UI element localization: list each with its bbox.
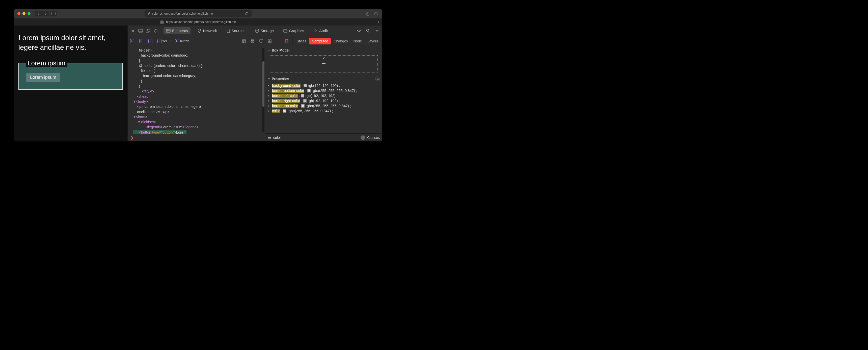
svg-rect-8 (147, 29, 150, 31)
tab-styles[interactable]: Styles (294, 38, 309, 45)
chevron-down-icon: ▼ (268, 78, 270, 80)
paint-button[interactable] (276, 38, 281, 44)
properties-list: ▶background-color: rgb(192, 192, 192); ▶… (265, 83, 382, 133)
new-tab-button[interactable]: + (377, 20, 380, 24)
property-row[interactable]: ▶border-top-color: rgba(255, 255, 255, 0… (268, 103, 380, 108)
inspect-element-button[interactable] (153, 28, 158, 34)
color-swatch[interactable] (301, 104, 305, 108)
tab-graphics-label: Graphics (289, 29, 304, 33)
dom-tools (239, 38, 292, 44)
dom-tree-pane[interactable]: fieldset { background-color: gainsboro; … (128, 46, 265, 134)
filter-input[interactable] (273, 136, 359, 140)
properties-header[interactable]: ▼ Properties ☰ (265, 75, 382, 83)
back-button[interactable] (35, 11, 42, 17)
tab-network[interactable]: Network (195, 27, 219, 34)
scrollbar-thumb[interactable] (262, 61, 265, 107)
clear-filter-button[interactable]: ✕ (361, 135, 365, 140)
box-model-value: 2 (322, 56, 325, 61)
svg-rect-30 (259, 40, 263, 42)
tabs-button[interactable] (374, 11, 379, 16)
tab-storage[interactable]: Storage (253, 27, 277, 34)
svg-rect-36 (286, 39, 287, 43)
classes-button[interactable]: Classes (367, 136, 380, 140)
close-devtools-button[interactable] (130, 28, 136, 34)
property-row[interactable]: ▶background-color: rgb(192, 192, 192); (268, 83, 380, 88)
color-swatch[interactable] (301, 94, 304, 97)
grid-button[interactable] (267, 38, 273, 44)
lock-icon (148, 12, 151, 15)
tab-elements[interactable]: Elements (163, 27, 190, 34)
property-row[interactable]: ▶border-left-color: rgb(192, 192, 192); (268, 93, 380, 98)
svg-rect-35 (270, 41, 271, 43)
compositing-button[interactable] (284, 38, 290, 44)
layout-button[interactable] (241, 38, 247, 44)
devtools: Elements Network Sources Storage (127, 26, 382, 141)
svg-rect-32 (268, 40, 270, 41)
breadcrumb-item[interactable]: Ebutton (175, 39, 189, 43)
print-button[interactable] (250, 38, 255, 44)
svg-rect-37 (287, 39, 288, 43)
browser-tab[interactable]: C https://color-scheme-prefers-color-sch… (160, 20, 236, 24)
tab-audit[interactable]: Audit (311, 27, 330, 34)
devtools-subtoolbar: E〉 E〉 E〉 Efiel…〉 Ebutton Styles (128, 36, 382, 46)
color-swatch[interactable] (283, 109, 286, 113)
element-breadcrumb: E〉 E〉 E〉 Efiel…〉 Ebutton (128, 39, 239, 43)
close-window-button[interactable] (18, 12, 21, 15)
tab-elements-label: Elements (172, 29, 188, 33)
tab-layers[interactable]: Layers (365, 38, 381, 45)
breadcrumb-item[interactable]: Efiel…〉 (157, 39, 174, 43)
address-bar[interactable]: color-scheme-prefers-color-scheme.glitch… (145, 10, 252, 17)
color-swatch[interactable] (303, 99, 307, 103)
console-prompt[interactable]: ❯ (128, 134, 265, 141)
breadcrumb-item[interactable]: E〉 (139, 39, 147, 43)
page-button[interactable]: Lorem ipsum (26, 73, 60, 82)
property-row[interactable]: ▶border-right-color: rgb(192, 192, 192); (268, 98, 380, 103)
tab-node[interactable]: Node (351, 38, 365, 45)
devtools-toolbar: Elements Network Sources Storage (128, 26, 382, 36)
box-model-value: — (321, 61, 326, 66)
tab-sources-label: Sources (231, 29, 246, 33)
box-model-diagram: 2 — (265, 54, 382, 75)
page-fieldset: Lorem ipsum Lorem ipsum (19, 59, 123, 90)
breadcrumb-item[interactable]: E〉 (130, 39, 138, 43)
box-model-header[interactable]: ▼ Box Model (265, 46, 382, 54)
filter-icon[interactable]: ☰ (375, 77, 380, 81)
reload-button[interactable] (245, 12, 248, 16)
dom-tree[interactable]: fieldset { background-color: gainsboro; … (128, 46, 265, 134)
svg-rect-24 (243, 40, 246, 43)
tab-changes[interactable]: Changes (331, 38, 350, 45)
tab-graphics[interactable]: Graphics (281, 27, 307, 34)
property-row[interactable]: ▶color: rgba(255, 255, 255, 0.847); (268, 108, 380, 113)
search-button[interactable] (365, 28, 371, 34)
device-button[interactable] (258, 38, 264, 44)
svg-rect-33 (270, 40, 271, 41)
svg-rect-5 (138, 29, 143, 32)
safari-window: color-scheme-prefers-color-scheme.glitch… (14, 9, 382, 141)
computed-pane: ▼ Box Model 2 — ▼ Properties ☰ (265, 46, 382, 141)
tab-sources[interactable]: Sources (224, 27, 248, 34)
page-legend: Lorem ipsum (26, 59, 67, 67)
property-row[interactable]: ▶border-bottom-color: rgba(255, 255, 255… (268, 88, 380, 93)
favicon: C (160, 21, 164, 24)
share-button[interactable] (365, 11, 370, 16)
settings-button[interactable] (374, 28, 380, 34)
titlebar: color-scheme-prefers-color-scheme.glitch… (14, 9, 382, 19)
zoom-window-button[interactable] (28, 12, 31, 15)
filter-row: ☰ ✕ Classes (265, 133, 382, 141)
color-swatch[interactable] (307, 89, 311, 92)
tab-computed[interactable]: Computed (309, 38, 331, 45)
traffic-lights (18, 12, 31, 15)
devtools-toolbar-right (356, 28, 380, 34)
sidebar-toggle-button[interactable] (50, 11, 57, 17)
chevron-right-icon: ❯ (130, 135, 133, 140)
svg-point-18 (256, 29, 259, 30)
minimize-window-button[interactable] (23, 12, 26, 15)
dock-popout-button[interactable] (145, 28, 151, 34)
svg-point-23 (376, 30, 378, 31)
breadcrumb-item[interactable]: E〉 (148, 39, 156, 43)
dock-bottom-button[interactable] (138, 28, 143, 34)
color-swatch[interactable] (304, 84, 307, 87)
forward-button[interactable] (42, 11, 49, 17)
tab-audit-label: Audit (319, 29, 328, 33)
more-tabs-button[interactable] (356, 28, 362, 34)
